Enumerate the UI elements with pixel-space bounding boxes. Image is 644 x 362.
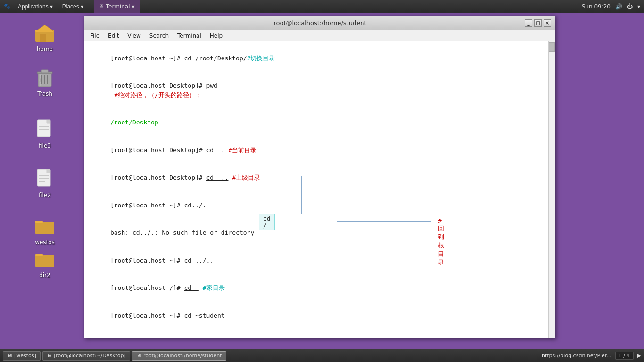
line10-prompt: [root@localhost ~]# cd ~student [110, 312, 225, 319]
line9-cmd: cd ~ [184, 284, 199, 291]
next-page-icon[interactable]: ▶ [637, 353, 641, 359]
bottom-bar: 🖥 [westos] 🖥 [root@localhost:~/Desktop] … [0, 349, 644, 362]
top-bar-right: Sun 09:20 🔊 ⏻ ▾ [582, 3, 640, 10]
task-westos-icon: 🖥 [7, 353, 12, 359]
scrollbar[interactable] [548, 41, 555, 338]
line5-annotation: #上级目录 [232, 174, 260, 181]
line2-annotation: #绝对路径，（/开头的路径）； [114, 91, 201, 99]
line6-prompt: [root@localhost ~]# cd../. [110, 202, 206, 209]
line4-prompt: [root@localhost Desktop]# [110, 147, 206, 154]
terminal-line-6: [root@localhost ~]# cd../. [88, 191, 551, 219]
svg-rect-1 [35, 30, 45, 32]
terminal-tab[interactable]: 🖥 Terminal ▾ [94, 0, 140, 13]
terminal-menubar: File Edit View Search Terminal Help [84, 30, 555, 41]
distro-icon: 🐾 [4, 3, 10, 9]
task-desktop-icon: 🖥 [47, 353, 52, 359]
desktop-icon-dir2[interactable]: dir2 [26, 247, 64, 279]
applications-label: Applications [18, 3, 49, 10]
home-folder-icon [33, 21, 56, 44]
close-button[interactable]: × [544, 19, 551, 27]
home-icon-label: home [37, 46, 53, 52]
terminal-line-9: [root@localhost /]# cd ~#家目录 [88, 274, 551, 302]
menu-search[interactable]: Search [146, 32, 173, 40]
terminal-arrow-icon: ▾ [132, 3, 134, 10]
trash-icon-label: Trash [37, 90, 52, 97]
taskbar-task-student[interactable]: 🖥 root@localhost:/home/student [132, 351, 226, 361]
westos-folder-icon [33, 214, 56, 237]
terminal-line-2: [root@localhost Desktop]# pwd #绝对路径，（/开头… [88, 72, 551, 109]
desktop-icon-trash[interactable]: Trash [26, 66, 64, 97]
svg-rect-19 [35, 222, 54, 234]
dir2-folder-icon [33, 247, 56, 270]
task-westos-label: [westos] [14, 353, 36, 359]
terminal-titlebar: root@localhost:/home/student _ □ × [84, 16, 555, 30]
desktop-icon-westos[interactable]: westos [26, 214, 64, 246]
comment-text: #回到根目录 [438, 217, 444, 266]
places-arrow-icon: ▾ [81, 3, 83, 10]
page-indicator: 1 / 4 [615, 352, 634, 360]
url-display: https://blog.csdn.net/Pier... [542, 353, 611, 359]
line1-annotation: #切换目录 [247, 55, 275, 62]
svg-rect-15 [47, 169, 50, 173]
settings-arrow-icon: ▾ [637, 3, 640, 10]
applications-arrow-icon: ▾ [50, 3, 53, 10]
task-student-icon: 🖥 [136, 353, 141, 359]
terminal-icon: 🖥 [99, 3, 104, 10]
line9-annotation: #家目录 [203, 284, 225, 291]
top-bar: 🐾 Applications ▾ Places ▾ 🖥 Terminal ▾ S… [0, 0, 644, 13]
terminal-line-11: [root@localhost student]# #任意用户的家目录 [88, 329, 551, 338]
terminal-line-5: [root@localhost Desktop]# cd ..#上级目录 [88, 164, 551, 192]
terminal-content[interactable]: [root@localhost ~]# cd /root/Desktop/#切换… [84, 41, 555, 338]
svg-rect-22 [35, 254, 43, 256]
datetime-display: Sun 09:20 [582, 3, 611, 10]
taskbar-task-desktop[interactable]: 🖥 [root@localhost:~/Desktop] [42, 351, 130, 361]
file2-icon-label: file2 [39, 192, 51, 198]
maximize-button[interactable]: □ [534, 19, 542, 27]
line4-annotation: #当前目录 [229, 147, 257, 154]
line9-prompt: [root@localhost /]# [110, 284, 184, 291]
menu-view[interactable]: View [124, 32, 144, 40]
terminal-label: Terminal [106, 3, 130, 10]
task-student-label: root@localhost:/home/student [143, 353, 222, 359]
menu-edit[interactable]: Edit [104, 32, 123, 40]
desktop-icon-file2[interactable]: file2 [26, 167, 64, 198]
menu-file[interactable]: File [86, 32, 103, 40]
task-desktop-label: [root@localhost:~/Desktop] [54, 353, 126, 359]
terminal-line-10: [root@localhost ~]# cd ~student [88, 302, 551, 329]
terminal-line-7: bash: cd../.: No such file or directory [88, 219, 551, 247]
arrow-vertical [301, 176, 302, 214]
taskbar-right: https://blog.csdn.net/Pier... 1 / 4 ▶ [542, 352, 641, 360]
line5-prompt: [root@localhost Desktop]# [110, 174, 206, 181]
menu-terminal[interactable]: Terminal [173, 32, 205, 40]
terminal-line-1: [root@localhost ~]# cd /root/Desktop/#切换… [88, 44, 551, 72]
line2-prompt: [root@localhost Desktop]# pwd [110, 82, 217, 89]
westos-icon-label: westos [35, 239, 55, 246]
line8-prompt: [root@localhost ~]# cd ../.. [110, 257, 214, 264]
applications-menu[interactable]: Applications ▾ [14, 2, 57, 11]
desktop-icon-home[interactable]: home [26, 21, 64, 52]
volume-icon[interactable]: 🔊 [615, 3, 622, 10]
top-bar-left: 🐾 Applications ▾ Places ▾ 🖥 Terminal ▾ [4, 0, 140, 13]
taskbar-tasks: 🖥 [westos] 🖥 [root@localhost:~/Desktop] … [3, 351, 226, 361]
window-buttons: _ □ × [524, 19, 551, 27]
line4-cmd: cd . [206, 147, 224, 154]
scrollbar-thumb[interactable] [549, 42, 555, 52]
menu-help[interactable]: Help [206, 32, 226, 40]
places-menu[interactable]: Places ▾ [58, 2, 87, 11]
file3-icon-label: file3 [39, 142, 51, 149]
line5-cmd: cd .. [206, 174, 228, 181]
desktop-icon-file3[interactable]: file3 [26, 118, 64, 149]
line7-text: bash: cd../.: No such file or directory [110, 229, 254, 236]
svg-rect-20 [35, 221, 43, 223]
svg-rect-5 [41, 70, 48, 73]
terminal-line-3: /root/Desktop [88, 109, 551, 137]
arrow-horizontal [337, 221, 431, 222]
minimize-button[interactable]: _ [525, 19, 532, 27]
cd-root-text: cd / [263, 215, 271, 229]
cd-root-comment: #回到根目录 [438, 217, 444, 267]
svg-rect-10 [47, 120, 50, 123]
terminal-line-8: [root@localhost ~]# cd ../.. [88, 247, 551, 274]
line3-path: /root/Desktop [110, 119, 158, 126]
power-icon[interactable]: ⏻ [627, 3, 633, 10]
taskbar-task-westos[interactable]: 🖥 [westos] [3, 351, 41, 361]
